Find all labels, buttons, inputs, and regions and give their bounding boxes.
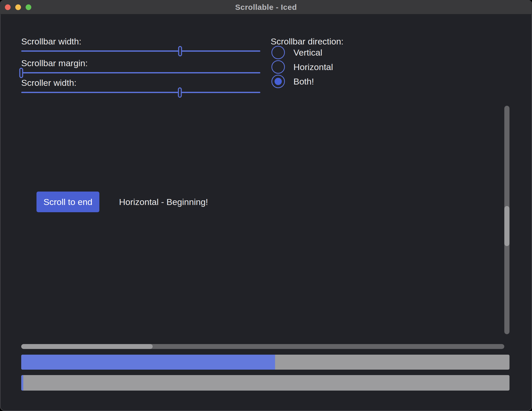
progress-bar-fill [21, 375, 23, 391]
progress-bar [21, 355, 509, 370]
radio-label: Horizontal [293, 62, 333, 72]
slider-rail[interactable] [21, 72, 260, 73]
slider-handle[interactable] [19, 68, 23, 78]
scroller-width-label: Scroller width: [21, 78, 77, 88]
radio-icon [271, 60, 285, 74]
scrollbar-margin-label: Scrollbar margin: [21, 58, 88, 68]
radio-option-vertical[interactable]: Vertical [271, 46, 322, 59]
window-title: Scrollable - Iced [0, 3, 532, 12]
scrollbar-width-label: Scrollbar width: [21, 36, 81, 47]
vertical-scrollbar-track[interactable] [504, 106, 509, 334]
horizontal-scrollbar-thumb[interactable] [21, 344, 153, 349]
scroll-status-text: Horizontal - Beginning! [119, 197, 208, 207]
titlebar: Scrollable - Iced [0, 0, 532, 14]
vertical-scrollbar-thumb[interactable] [504, 206, 509, 246]
radio-option-horizontal[interactable]: Horizontal [271, 60, 333, 74]
progress-bar-fill [21, 355, 275, 370]
progress-bar [21, 375, 509, 391]
scroller-width-slider[interactable] [21, 87, 260, 98]
radio-icon [271, 46, 285, 59]
radio-icon [271, 75, 285, 88]
scrollbar-direction-label: Scrollbar direction: [271, 36, 344, 47]
horizontal-scrollbar-track[interactable] [21, 344, 504, 349]
app-window: Scrollable - Iced Scrollbar width: Scrol… [0, 0, 532, 411]
slider-handle[interactable] [178, 87, 182, 98]
scrollbar-width-slider[interactable] [21, 46, 260, 56]
scroll-to-end-button[interactable]: Scroll to end [36, 192, 99, 212]
radio-label: Both! [293, 77, 314, 87]
slider-rail[interactable] [21, 92, 260, 93]
radio-label: Vertical [293, 48, 322, 58]
radio-option-both[interactable]: Both! [271, 75, 314, 88]
slider-handle[interactable] [178, 46, 182, 56]
slider-rail[interactable] [21, 50, 260, 52]
scrollbar-margin-slider[interactable] [21, 68, 260, 78]
